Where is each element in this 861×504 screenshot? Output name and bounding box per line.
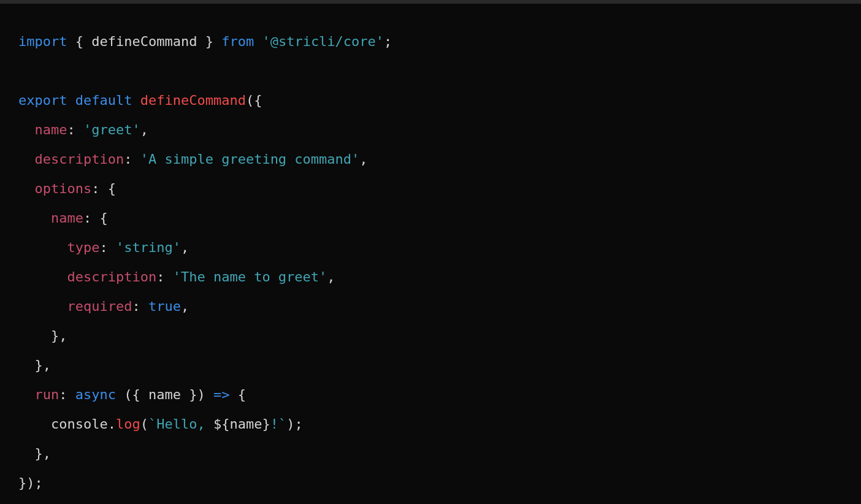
method-log: log	[116, 416, 140, 432]
kw-import: import	[18, 34, 67, 49]
indent	[18, 387, 35, 402]
colon: :	[67, 122, 83, 137]
backtick-close: `	[278, 416, 286, 432]
colon: :	[99, 240, 116, 255]
indent	[18, 210, 51, 226]
brace-open: {	[229, 387, 246, 402]
tmpl-hello: Hello,	[156, 416, 213, 432]
close-brace-comma: },	[51, 328, 67, 343]
indent	[18, 299, 67, 314]
line-9: description: 'The name to greet',	[18, 269, 335, 284]
paren-brace-open: ({	[246, 93, 262, 108]
colon-brace: : {	[83, 210, 108, 226]
indent	[18, 416, 51, 432]
paren-open: (	[140, 416, 148, 432]
prop-type: type	[67, 240, 99, 255]
colon: :	[156, 269, 173, 284]
code-block: import { defineCommand } from '@stricli/…	[0, 4, 861, 504]
semicolon: ;	[384, 34, 392, 49]
val-name-to-greet: 'The name to greet'	[173, 269, 327, 284]
interp-open: ${	[213, 416, 230, 432]
val-true: true	[148, 299, 181, 314]
space	[254, 34, 262, 49]
comma: ,	[327, 269, 335, 284]
prop-run: run	[35, 387, 59, 402]
kw-from: from	[221, 34, 254, 49]
line-6: options: {	[18, 181, 116, 196]
comma: ,	[181, 299, 189, 314]
arrow-params: ({ name })	[116, 387, 213, 402]
val-greet: 'greet'	[83, 122, 140, 137]
dot: .	[108, 416, 116, 432]
colon-brace: : {	[91, 181, 116, 196]
brace-open: {	[67, 34, 91, 49]
indent	[18, 181, 35, 196]
colon: :	[124, 151, 140, 167]
line-13: run: async ({ name }) => {	[18, 387, 246, 402]
fn-defineCommand: defineCommand	[140, 93, 246, 108]
comma: ,	[181, 240, 189, 255]
backtick-open: `	[148, 416, 156, 432]
line-5: description: 'A simple greeting command'…	[18, 151, 368, 167]
line-1: import { defineCommand } from '@stricli/…	[18, 34, 392, 49]
prop-description-inner: description	[67, 269, 156, 284]
tmpl-bang: !	[270, 416, 278, 432]
indent	[18, 269, 67, 284]
val-description: 'A simple greeting command'	[140, 151, 360, 167]
indent	[18, 357, 35, 373]
brace-close: }	[197, 34, 221, 49]
line-14: console.log(`Hello, ${name}!`);	[18, 416, 303, 432]
indent	[18, 151, 35, 167]
prop-name: name	[35, 122, 67, 137]
prop-name-inner: name	[51, 210, 83, 226]
import-path: '@stricli/core'	[262, 34, 384, 49]
line-11: },	[18, 328, 67, 343]
line-12: },	[18, 357, 51, 373]
val-string: 'string'	[116, 240, 181, 255]
kw-default: default	[67, 93, 140, 108]
line-4: name: 'greet',	[18, 122, 148, 137]
indent	[18, 122, 35, 137]
prop-required: required	[67, 299, 132, 314]
interp-close: }	[262, 416, 270, 432]
line-16: });	[18, 475, 43, 491]
prop-description: description	[35, 151, 124, 167]
line-15: },	[18, 446, 51, 461]
colon: :	[59, 387, 75, 402]
kw-export: export	[18, 93, 67, 108]
indent	[18, 446, 35, 461]
line-3: export default defineCommand({	[18, 93, 262, 108]
close-all: });	[18, 475, 43, 491]
line-8: type: 'string',	[18, 240, 189, 255]
arrow: =>	[213, 387, 230, 402]
kw-async: async	[75, 387, 116, 402]
comma: ,	[359, 151, 367, 167]
line-10: required: true,	[18, 299, 189, 314]
colon: :	[132, 299, 148, 314]
close-brace-comma: },	[35, 446, 52, 461]
indent	[18, 240, 67, 255]
obj-console: console	[51, 416, 108, 432]
line-7: name: {	[18, 210, 108, 226]
import-symbol: defineCommand	[91, 34, 197, 49]
paren-semi: );	[286, 416, 303, 432]
var-name: name	[229, 416, 262, 432]
close-brace-comma: },	[35, 357, 52, 373]
prop-options: options	[35, 181, 92, 196]
indent	[18, 328, 51, 343]
comma: ,	[140, 122, 148, 137]
